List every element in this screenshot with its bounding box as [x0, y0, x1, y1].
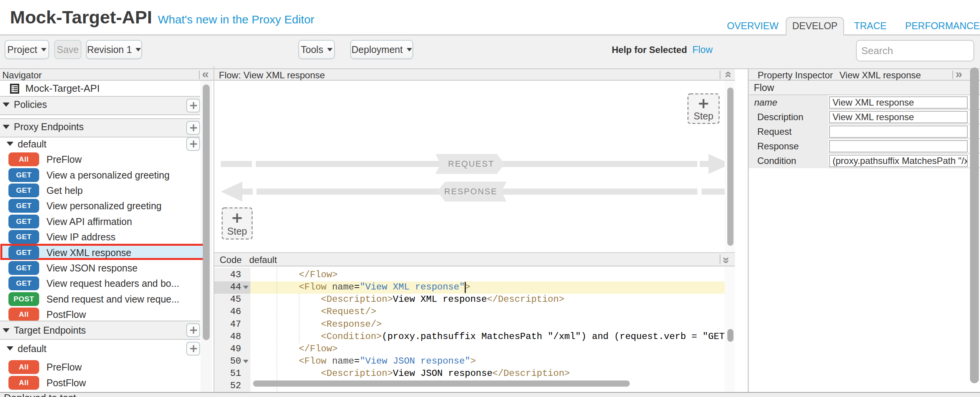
svg-text:Step: Step: [694, 111, 713, 121]
svg-text:Step: Step: [227, 226, 247, 237]
